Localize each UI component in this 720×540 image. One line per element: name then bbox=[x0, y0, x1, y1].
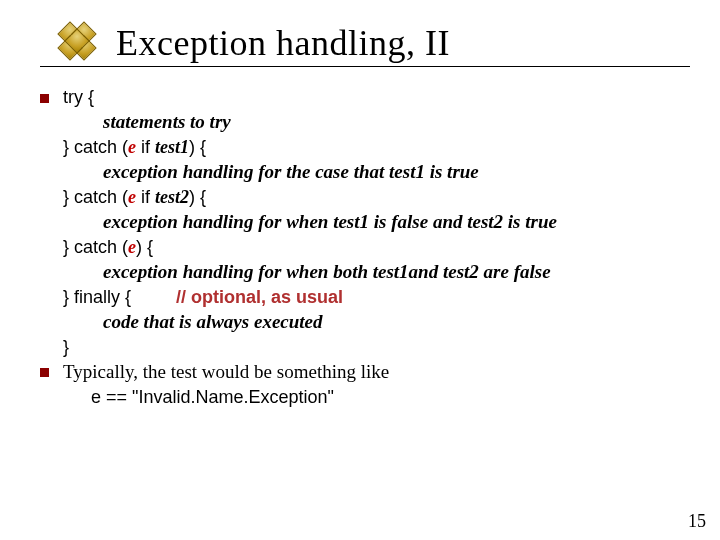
code-comment: exception handling for when both test1an… bbox=[103, 259, 690, 285]
bullet-item-1: try { statements to try } catch (e if te… bbox=[40, 85, 690, 359]
diamond-cluster-icon bbox=[58, 22, 98, 60]
bullet-2-body: Typically, the test would be something l… bbox=[63, 359, 690, 409]
slide-title: Exception handling, II bbox=[116, 22, 450, 64]
slide-header: Exception handling, II bbox=[58, 22, 690, 64]
code-line: e == "Invalid.Name.Exception" bbox=[91, 385, 690, 409]
code-line: } catch (e if test2) { bbox=[63, 185, 690, 209]
code-comment: code that is always executed bbox=[103, 309, 690, 335]
code-line: } catch (e if test1) { bbox=[63, 135, 690, 159]
code-line: } catch (e) { bbox=[63, 235, 690, 259]
header-divider bbox=[40, 66, 690, 67]
code-line: try { bbox=[63, 85, 690, 109]
code-comment: exception handling for the case that tes… bbox=[103, 159, 690, 185]
slide: Exception handling, II try { statements … bbox=[0, 0, 720, 540]
code-comment: statements to try bbox=[103, 109, 690, 135]
text-line: Typically, the test would be something l… bbox=[63, 359, 690, 385]
bullet-item-2: Typically, the test would be something l… bbox=[40, 359, 690, 409]
bullet-icon bbox=[40, 94, 49, 103]
bullet-icon bbox=[40, 368, 49, 377]
code-line: } bbox=[63, 335, 690, 359]
bullet-1-body: try { statements to try } catch (e if te… bbox=[63, 85, 690, 359]
slide-content: try { statements to try } catch (e if te… bbox=[40, 85, 690, 409]
page-number: 15 bbox=[688, 511, 706, 532]
code-line: } finally { // optional, as usual bbox=[63, 285, 690, 309]
code-comment: exception handling for when test1 is fal… bbox=[103, 209, 690, 235]
